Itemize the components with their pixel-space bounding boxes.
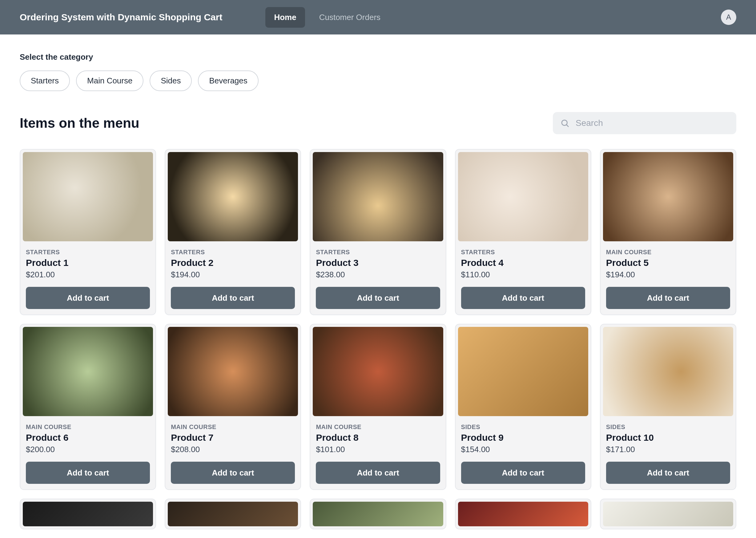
add-to-cart-button[interactable]: Add to cart	[606, 287, 730, 309]
product-category: STARTERS	[171, 249, 295, 256]
product-price: $101.00	[316, 445, 440, 454]
search-wrapper	[553, 112, 736, 134]
product-category: SIDES	[461, 423, 585, 431]
product-name: Product 6	[26, 432, 150, 443]
product-image	[603, 327, 733, 416]
product-image	[458, 152, 588, 241]
product-card: SIDES Product 10 $171.00 Add to cart	[600, 324, 736, 490]
product-card: MAIN COURSE Product 7 $208.00 Add to car…	[165, 324, 301, 490]
product-category: STARTERS	[26, 249, 150, 256]
add-to-cart-button[interactable]: Add to cart	[461, 462, 585, 484]
app-header: Ordering System with Dynamic Shopping Ca…	[0, 0, 756, 34]
svg-line-1	[567, 125, 568, 127]
product-image	[313, 327, 443, 416]
product-price: $238.00	[316, 270, 440, 280]
product-price: $194.00	[171, 270, 295, 280]
product-card: STARTERS Product 3 $238.00 Add to cart	[310, 149, 446, 315]
product-name: Product 2	[171, 258, 295, 268]
product-category: MAIN COURSE	[171, 423, 295, 431]
product-image	[168, 502, 298, 526]
product-card	[310, 499, 446, 529]
add-to-cart-button[interactable]: Add to cart	[171, 287, 295, 309]
product-name: Product 4	[461, 258, 585, 268]
product-category: STARTERS	[316, 249, 440, 256]
search-input[interactable]	[553, 112, 736, 134]
product-category: SIDES	[606, 423, 730, 431]
product-name: Product 9	[461, 432, 585, 443]
product-name: Product 1	[26, 258, 150, 268]
product-name: Product 5	[606, 258, 730, 268]
product-card: MAIN COURSE Product 6 $200.00 Add to car…	[20, 324, 156, 490]
category-chips: Starters Main Course Sides Beverages	[20, 71, 736, 91]
product-image	[603, 152, 733, 241]
app-title: Ordering System with Dynamic Shopping Ca…	[20, 12, 222, 23]
product-name: Product 3	[316, 258, 440, 268]
product-name: Product 7	[171, 432, 295, 443]
menu-title: Items on the menu	[20, 115, 139, 131]
product-category: MAIN COURSE	[26, 423, 150, 431]
product-name: Product 8	[316, 432, 440, 443]
product-card: STARTERS Product 2 $194.00 Add to cart	[165, 149, 301, 315]
product-category: STARTERS	[461, 249, 585, 256]
top-nav: Home Customer Orders	[265, 7, 389, 28]
product-card	[455, 499, 591, 529]
product-price: $208.00	[171, 445, 295, 454]
category-label: Select the category	[20, 52, 736, 62]
page-content: Select the category Starters Main Course…	[0, 34, 756, 538]
avatar[interactable]: A	[721, 10, 736, 25]
chip-starters[interactable]: Starters	[20, 71, 70, 91]
menu-header: Items on the menu	[20, 112, 736, 134]
chip-main-course[interactable]: Main Course	[76, 71, 143, 91]
product-price: $171.00	[606, 445, 730, 454]
product-image	[458, 327, 588, 416]
product-card: SIDES Product 9 $154.00 Add to cart	[455, 324, 591, 490]
product-category: MAIN COURSE	[316, 423, 440, 431]
product-grid: STARTERS Product 1 $201.00 Add to cart S…	[20, 149, 736, 529]
add-to-cart-button[interactable]: Add to cart	[461, 287, 585, 309]
product-image	[23, 502, 153, 526]
product-card	[20, 499, 156, 529]
product-card	[165, 499, 301, 529]
chip-beverages[interactable]: Beverages	[198, 71, 258, 91]
product-category: MAIN COURSE	[606, 249, 730, 256]
add-to-cart-button[interactable]: Add to cart	[171, 462, 295, 484]
product-price: $194.00	[606, 270, 730, 280]
product-name: Product 10	[606, 432, 730, 443]
nav-home[interactable]: Home	[265, 7, 305, 28]
product-card	[600, 499, 736, 529]
add-to-cart-button[interactable]: Add to cart	[316, 462, 440, 484]
product-image	[168, 152, 298, 241]
add-to-cart-button[interactable]: Add to cart	[606, 462, 730, 484]
product-price: $201.00	[26, 270, 150, 280]
nav-customer-orders[interactable]: Customer Orders	[311, 7, 389, 28]
search-icon	[560, 119, 569, 128]
chip-sides[interactable]: Sides	[150, 71, 192, 91]
add-to-cart-button[interactable]: Add to cart	[26, 462, 150, 484]
product-price: $154.00	[461, 445, 585, 454]
product-image	[23, 152, 153, 241]
product-card: STARTERS Product 1 $201.00 Add to cart	[20, 149, 156, 315]
product-image	[168, 327, 298, 416]
product-price: $110.00	[461, 270, 585, 280]
product-card: STARTERS Product 4 $110.00 Add to cart	[455, 149, 591, 315]
product-card: MAIN COURSE Product 8 $101.00 Add to car…	[310, 324, 446, 490]
product-price: $200.00	[26, 445, 150, 454]
product-image	[313, 502, 443, 526]
product-image	[23, 327, 153, 416]
product-card: MAIN COURSE Product 5 $194.00 Add to car…	[600, 149, 736, 315]
add-to-cart-button[interactable]: Add to cart	[26, 287, 150, 309]
product-image	[603, 502, 733, 526]
product-image	[458, 502, 588, 526]
add-to-cart-button[interactable]: Add to cart	[316, 287, 440, 309]
product-image	[313, 152, 443, 241]
